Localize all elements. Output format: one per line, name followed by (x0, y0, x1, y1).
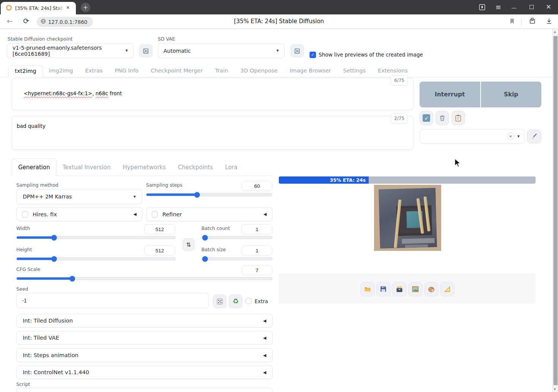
accordion-tiled-vae[interactable]: Int: Tiled VAE ◀ (16, 331, 273, 345)
batch-size-input[interactable] (242, 246, 272, 255)
cfg-scale-slider[interactable] (16, 277, 272, 280)
scrollbar[interactable]: ▲ ▼ (552, 29, 558, 392)
vae-dropdown[interactable]: Automatic ▼ (158, 43, 285, 58)
extra-seed-checkbox[interactable] (245, 298, 251, 304)
vae-label: SD VAE (158, 36, 175, 42)
sampling-method-dropdown[interactable]: DPM++ 2M Karras ▼ (16, 189, 142, 204)
accordion-label: Int: Tiled Diffusion (23, 318, 73, 324)
accordion-label: Int: ControlNet v1.1.440 (23, 369, 89, 375)
minimize-icon[interactable]: — (511, 5, 517, 10)
mouse-cursor (454, 158, 464, 170)
tab-3d-openpose[interactable]: 3D Openpose (234, 65, 283, 76)
vertical-tabs-icon[interactable] (479, 4, 486, 12)
bookmark-icon[interactable] (509, 17, 516, 27)
window-close-icon[interactable]: ✕ (546, 4, 551, 10)
tab-train[interactable]: Train (209, 65, 234, 76)
batch-count-slider[interactable] (201, 236, 272, 239)
slider-handle[interactable] (51, 235, 57, 241)
swap-dimensions-button[interactable]: ⇅ (182, 238, 195, 251)
refiner-section[interactable]: Refiner ◀ (146, 207, 272, 221)
chevron-down-icon: ▼ (126, 49, 128, 52)
slider-handle[interactable] (51, 256, 57, 262)
tab-image-browser[interactable]: Image Browser (284, 65, 337, 76)
accordion-controlnet[interactable]: Int: ControlNet v1.1.440 ◀ (16, 365, 273, 379)
interrupt-button[interactable]: Interrupt (420, 82, 480, 107)
tab-extensions[interactable]: Extensions (372, 65, 414, 76)
prompt-input[interactable]: <hypernet:n68c-gs4-fx:1>, n68c front (12, 78, 413, 110)
refiner-checkbox[interactable] (152, 211, 158, 217)
reuse-seed-button[interactable]: ♻ (229, 294, 242, 308)
tab-txt2img[interactable]: txt2img (8, 65, 43, 77)
negative-prompt-input[interactable]: bad quality (12, 116, 413, 150)
random-seed-button[interactable] (213, 294, 226, 308)
send-to-extras-button[interactable] (440, 282, 454, 296)
tab-lora[interactable]: Lora (219, 158, 244, 176)
sampling-steps-slider[interactable] (146, 193, 272, 196)
seed-input-wrap (16, 293, 209, 308)
live-preview-checkbox[interactable]: ✓ (310, 52, 316, 58)
tab-hypernetworks[interactable]: Hypernetworks (117, 158, 172, 176)
width-input[interactable] (144, 224, 175, 234)
new-tab-button[interactable]: + (81, 3, 90, 12)
cfg-scale-input[interactable] (242, 265, 272, 275)
batch-count-input-wrap (242, 224, 272, 234)
hires-fix-section[interactable]: Hires. fix ◀ (16, 207, 142, 221)
arrow-down-left-icon: ↙ (423, 114, 430, 122)
tab-img2img[interactable]: img2img (43, 65, 79, 76)
hires-fix-label: Hires. fix (33, 211, 129, 217)
collections-icon[interactable] (528, 17, 536, 27)
edit-styles-button[interactable] (527, 129, 541, 143)
menu-icon[interactable]: ≡ (495, 4, 501, 11)
script-dropdown[interactable] (16, 388, 273, 392)
accordion-tiled-diffusion[interactable]: Int: Tiled Diffusion ◀ (16, 314, 273, 327)
tab-generation[interactable]: Generation (12, 158, 57, 176)
sampling-steps-input[interactable] (242, 181, 272, 191)
clear-icon[interactable]: ✕ (507, 132, 514, 140)
checkpoint-dropdown[interactable]: v1-5-pruned-emaonly.safetensors [6ce0161… (7, 43, 134, 58)
width-slider[interactable] (16, 236, 176, 239)
prompt-token: n68c (96, 90, 108, 96)
seed-input[interactable] (16, 293, 209, 308)
slider-handle[interactable] (202, 235, 208, 241)
slider-handle[interactable] (69, 276, 75, 282)
dice-icon (216, 298, 223, 305)
live-preview-image[interactable] (374, 185, 441, 251)
apply-styles-button[interactable] (451, 111, 465, 125)
accordion-steps-animation[interactable]: Int: Steps animation ◀ (16, 348, 273, 362)
hires-fix-checkbox[interactable] (22, 211, 28, 217)
tab-textual-inversion[interactable]: Textual Inversion (57, 158, 117, 176)
batch-size-slider[interactable] (201, 257, 272, 260)
skip-button[interactable]: Skip (481, 82, 542, 107)
slider-handle[interactable] (194, 192, 200, 198)
maximize-icon[interactable] (530, 5, 534, 9)
save-zip-button[interactable] (392, 282, 407, 296)
paste-generation-params-button[interactable]: ↙ (420, 111, 433, 125)
send-to-inpaint-button[interactable] (424, 282, 439, 296)
batch-count-input[interactable] (242, 224, 272, 234)
scroll-down-icon[interactable]: ▼ (554, 388, 556, 391)
tab-checkpoints[interactable]: Checkpoints (172, 158, 219, 176)
send-to-img2img-button[interactable] (408, 282, 423, 296)
refresh-checkpoints-button[interactable] (139, 44, 152, 57)
browser-tab[interactable]: [35% ETA: 24s] Stable D ✕ (1, 2, 76, 14)
tab-close-icon[interactable]: ✕ (66, 5, 70, 10)
height-input[interactable] (144, 246, 175, 255)
scroll-up-icon[interactable]: ▲ (554, 30, 556, 33)
save-button[interactable] (376, 282, 391, 296)
swap-icon: ⇅ (186, 241, 191, 248)
scrollbar-thumb[interactable] (553, 36, 558, 385)
open-folder-button[interactable] (360, 282, 375, 296)
tab-checkpoint-merger[interactable]: Checkpoint Merger (145, 65, 209, 76)
chevron-down-icon: ▼ (277, 49, 279, 52)
tab-png-info[interactable]: PNG Info (108, 65, 145, 76)
tab-extras[interactable]: Extras (79, 65, 109, 76)
download-icon[interactable] (545, 17, 553, 26)
height-slider[interactable] (16, 257, 176, 260)
progress-bar-fill: 35% ETA: 24s (279, 176, 369, 184)
styles-dropdown[interactable]: ✕ ▼ (420, 129, 525, 143)
paintbrush-icon (530, 133, 538, 140)
tab-settings[interactable]: Settings (337, 65, 372, 76)
refresh-vae-button[interactable] (291, 44, 304, 57)
clear-prompt-button[interactable] (435, 111, 449, 125)
slider-handle[interactable] (202, 256, 208, 262)
